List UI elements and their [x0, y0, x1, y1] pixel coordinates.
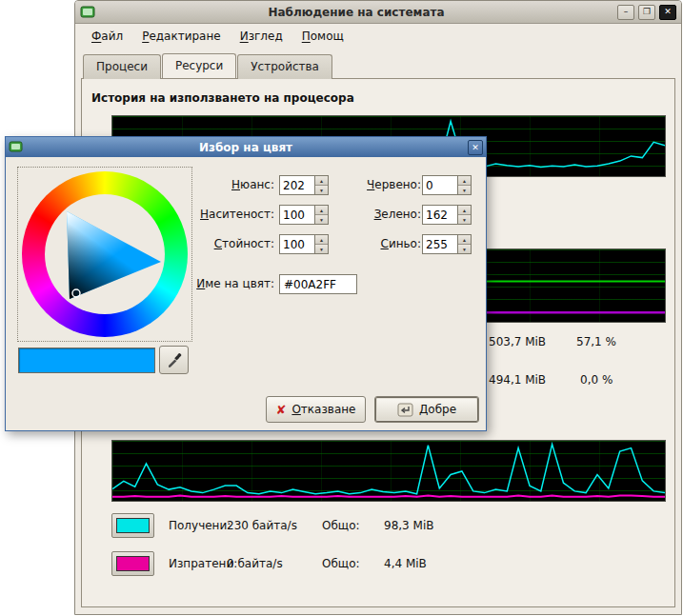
notebook-tabs: Процеси Ресурси Устройства: [75, 49, 681, 77]
tab-processes[interactable]: Процеси: [83, 54, 161, 79]
swap-percent: 0,0 %: [580, 373, 613, 387]
blue-up-arrow[interactable]: ▲: [458, 235, 471, 244]
received-total: 98,3 MiB: [384, 519, 433, 532]
ok-button[interactable]: Добре: [374, 396, 479, 423]
menu-help[interactable]: Помощ: [293, 27, 352, 46]
value-input[interactable]: [280, 235, 314, 253]
received-rate: 230 байта/s: [227, 519, 297, 532]
color-wheel[interactable]: [22, 171, 188, 337]
cancel-button[interactable]: ✘ Отказване: [266, 396, 366, 423]
green-up-arrow[interactable]: ▲: [458, 206, 471, 214]
blue-label: Синьо:: [324, 234, 421, 254]
sent-total: 4,4 MiB: [384, 557, 427, 570]
swap-amount: 494,1 MiB: [489, 373, 546, 387]
sent-color-button[interactable]: [111, 551, 154, 576]
dialog-title: Избор на цвят: [28, 141, 464, 154]
menubar: Файл Редактиране Изглед Помощ: [75, 24, 681, 49]
sent-rate: 0 байта/s: [227, 557, 283, 570]
hue-input[interactable]: [280, 176, 314, 194]
red-label: Червено:: [324, 175, 421, 195]
saturation-input[interactable]: [280, 206, 314, 224]
memory-percent: 57,1 %: [576, 335, 616, 348]
red-down-arrow[interactable]: ▼: [458, 185, 471, 194]
eyedropper-button[interactable]: [159, 346, 189, 374]
cancel-icon: ✘: [276, 403, 287, 417]
ok-label: Добре: [419, 403, 456, 416]
green-down-arrow[interactable]: ▼: [458, 214, 471, 224]
green-label: Зелено:: [324, 205, 421, 225]
menu-file[interactable]: Файл: [83, 27, 131, 46]
sv-triangle[interactable]: [22, 171, 188, 337]
red-up-arrow[interactable]: ▲: [458, 176, 471, 185]
received-color-button[interactable]: [111, 513, 154, 538]
blue-input[interactable]: [423, 235, 457, 253]
green-spinner[interactable]: ▲▼: [422, 205, 472, 225]
color-name-label: Име на цвят:: [110, 274, 274, 294]
color-preview-swatch: [18, 348, 155, 373]
saturation-label: Наситеност:: [110, 205, 274, 225]
window-title: Наблюдение на системата: [99, 6, 613, 19]
cancel-label: Отказване: [291, 403, 355, 416]
blue-spinner[interactable]: ▲▼: [422, 234, 472, 254]
memory-amount: 503,7 MiB: [489, 335, 546, 348]
cpu-history-heading: История на използването на процесора: [91, 91, 354, 105]
network-history-chart: [111, 440, 666, 502]
close-button[interactable]: ✕: [659, 5, 676, 20]
received-color-swatch: [116, 518, 150, 533]
tab-devices[interactable]: Устройства: [237, 54, 332, 79]
sent-total-label: Общо:: [322, 557, 360, 570]
dialog-body: Нюанс: ▲▼ Наситеност: ▲▼ Стойност: ▲▼ Че…: [6, 157, 486, 430]
dialog-icon: [9, 141, 24, 154]
ok-icon: [397, 403, 413, 417]
minimize-button[interactable]: –: [617, 5, 634, 20]
received-label: Получени:: [169, 519, 231, 532]
received-total-label: Общо:: [322, 519, 360, 532]
maximize-button[interactable]: ❐: [638, 5, 655, 20]
dialog-close-button[interactable]: ✕: [468, 140, 483, 155]
value-spinner[interactable]: ▲▼: [279, 234, 329, 254]
dialog-titlebar[interactable]: Избор на цвят ✕: [6, 137, 486, 157]
app-icon: [80, 6, 95, 19]
sent-color-swatch: [116, 556, 150, 571]
value-label: Стойност:: [110, 234, 274, 254]
green-input[interactable]: [423, 206, 457, 224]
blue-down-arrow[interactable]: ▼: [458, 244, 471, 253]
red-spinner[interactable]: ▲▼: [422, 175, 472, 195]
tab-resources[interactable]: Ресурси: [162, 53, 236, 78]
color-picker-dialog: Избор на цвят ✕: [5, 136, 487, 431]
hue-spinner[interactable]: ▲▼: [279, 175, 329, 195]
red-input[interactable]: [423, 176, 457, 194]
color-name-input[interactable]: [279, 274, 357, 294]
main-titlebar[interactable]: Наблюдение на системата – ❐ ✕: [75, 1, 681, 24]
menu-view[interactable]: Изглед: [231, 27, 291, 46]
eyedropper-icon: [166, 351, 183, 368]
menu-edit[interactable]: Редактиране: [133, 27, 230, 46]
saturation-spinner[interactable]: ▲▼: [279, 205, 329, 225]
hue-label: Нюанс:: [110, 175, 274, 195]
